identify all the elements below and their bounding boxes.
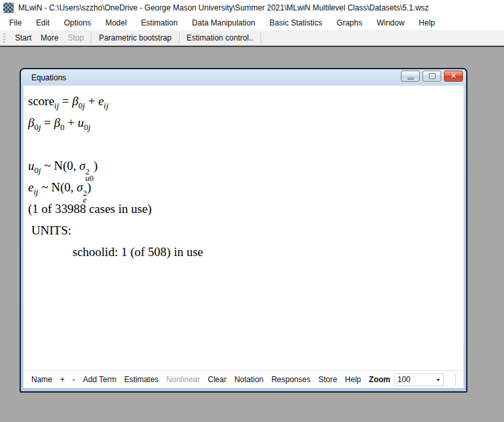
close-icon: ✕ (450, 73, 456, 80)
equations-window-title: Equations (31, 73, 66, 82)
stop-button: Stop (63, 33, 89, 42)
mlwin-app-icon (3, 3, 14, 13)
equations-display[interactable]: scoreij = β0j + eijβ0j = β0 + u0ju0j ~ N… (24, 86, 464, 370)
zoom-combobox[interactable]: 100▼ (394, 374, 444, 386)
responses-button[interactable]: Responses (268, 375, 315, 384)
toolbar-separator (179, 33, 180, 43)
toolbar-separator (91, 33, 91, 43)
equations-window: Equations ✕ scoreij = β0j + eijβ0j = β0 … (20, 68, 467, 393)
equation-line[interactable]: scoreij = β0j + eij (28, 90, 464, 112)
window-controls: ✕ (401, 71, 463, 82)
menu-item-estimation[interactable]: Estimation (134, 15, 185, 30)
app-title: MLwiN - C:\Users\szzho\OneDrive - George… (18, 3, 429, 12)
restore-button[interactable] (422, 71, 441, 82)
toolbar-grip-handle[interactable] (3, 33, 5, 42)
more-button[interactable]: More (36, 33, 63, 42)
toolbar-separator (260, 33, 261, 43)
menu-item-help[interactable]: Help (412, 15, 443, 30)
equations-toolbar: Name+-Add TermEstimatesNonlinearClearNot… (24, 370, 464, 388)
equation-line (28, 133, 464, 155)
menu-item-file[interactable]: File (2, 15, 29, 30)
menu-bar: FileEditOptionsModelEstimationData Manip… (0, 15, 504, 31)
minus-button[interactable]: - (69, 375, 79, 384)
estimates-button[interactable]: Estimates (120, 375, 163, 384)
equation-line[interactable]: (1 of 33988 cases in use) (28, 198, 464, 219)
menu-item-model[interactable]: Model (98, 15, 134, 30)
store-button[interactable]: Store (315, 375, 341, 384)
equation-line[interactable]: β0j = β0 + u0j (28, 112, 464, 133)
menu-item-basic-statistics[interactable]: Basic Statistics (262, 15, 330, 30)
name-button[interactable]: Name (27, 375, 56, 384)
app-titlebar: MLwiN - C:\Users\szzho\OneDrive - George… (0, 0, 504, 15)
mlwin-main-window: MLwiN - C:\Users\szzho\OneDrive - George… (0, 0, 504, 422)
menu-item-options[interactable]: Options (57, 15, 98, 30)
menu-item-data-manipulation[interactable]: Data Manipulation (185, 15, 262, 30)
start-button[interactable]: Start (10, 33, 36, 42)
client-area: Equations ✕ scoreij = β0j + eijβ0j = β0 … (0, 47, 504, 421)
add-term-button[interactable]: Add Term (79, 375, 120, 384)
minimize-button[interactable] (401, 71, 420, 82)
parametric-bootstrap-button[interactable]: Parametric bootstrap (94, 33, 176, 42)
toolbar-end-divider (455, 374, 456, 385)
equation-line[interactable]: schoolid: 1 (of 508) in use (28, 241, 464, 263)
close-button[interactable]: ✕ (444, 71, 463, 82)
zoom-button[interactable]: Zoom (365, 375, 392, 384)
restore-icon (429, 73, 435, 79)
menu-item-edit[interactable]: Edit (29, 15, 57, 30)
chevron-down-icon: ▼ (436, 378, 443, 382)
menu-item-graphs[interactable]: Graphs (330, 15, 370, 30)
equations-window-titlebar[interactable]: Equations ✕ (21, 69, 466, 86)
plus-button[interactable]: + (56, 375, 69, 384)
equations-content: scoreij = β0j + eijβ0j = β0 + u0ju0j ~ N… (24, 86, 464, 388)
notation-button[interactable]: Notation (230, 375, 268, 384)
clear-button[interactable]: Clear (204, 375, 230, 384)
estimation-toolbar: StartMoreStopParametric bootstrapEstimat… (0, 31, 504, 45)
zoom-value: 100 (395, 375, 436, 384)
estimation-control-button[interactable]: Estimation control.. (182, 33, 258, 42)
equation-line[interactable]: UNITS: (28, 219, 464, 241)
help-button[interactable]: Help (341, 375, 365, 384)
menu-item-window[interactable]: Window (370, 15, 412, 30)
minimize-icon (407, 78, 414, 80)
nonlinear-button: Nonlinear (163, 375, 204, 384)
equation-line[interactable]: u0j ~ N(0, σ2u0) (28, 155, 464, 176)
